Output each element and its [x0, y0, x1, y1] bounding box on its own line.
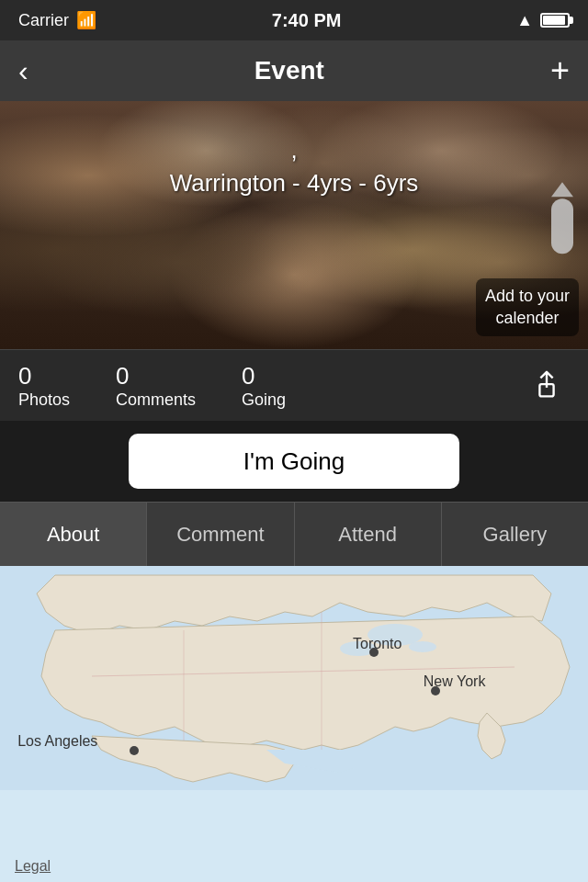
stats-row: 0 Photos 0 Comments 0 Going — [0, 349, 588, 421]
losangeles-label: Los Angeles — [17, 733, 97, 750]
share-icon — [529, 368, 564, 403]
newyork-label: New York — [424, 673, 486, 690]
im-going-button[interactable]: I'm Going — [129, 434, 459, 489]
add-button[interactable]: + — [550, 54, 570, 87]
add-calendar-button[interactable]: Add to your calender — [476, 278, 579, 336]
comments-stat[interactable]: 0 Comments — [116, 362, 196, 410]
toronto-label: Toronto — [353, 636, 401, 652]
wifi-icon: 📶 — [76, 10, 96, 30]
event-title: , Warrington - 4yrs - 6yrs — [0, 133, 588, 200]
status-left: Carrier 📶 — [18, 10, 96, 30]
share-button[interactable] — [524, 363, 570, 409]
photos-stat[interactable]: 0 Photos — [18, 362, 70, 410]
nav-bar: ‹ Event + — [0, 40, 588, 101]
comments-count: 0 — [116, 362, 129, 390]
going-stat[interactable]: 0 Going — [242, 362, 286, 410]
status-bar: Carrier 📶 7:40 PM ▲ — [0, 0, 588, 40]
tab-bar: About Comment Attend Gallery — [0, 502, 588, 566]
tab-gallery[interactable]: Gallery — [442, 503, 588, 566]
going-count: 0 — [242, 362, 254, 390]
carrier-label: Carrier — [18, 11, 69, 30]
back-button[interactable]: ‹ — [18, 54, 28, 88]
location-icon: ▲ — [516, 11, 533, 30]
going-section: I'm Going — [0, 421, 588, 502]
status-time: 7:40 PM — [272, 10, 342, 31]
map-area[interactable]: Toronto New York Los Angeles Legal — [0, 566, 588, 882]
scroll-indicator[interactable] — [551, 182, 573, 254]
going-label: Going — [242, 390, 286, 410]
scroll-handle — [551, 198, 573, 254]
event-image: , Warrington - 4yrs - 6yrs Add to your c… — [0, 101, 588, 349]
scroll-arrow-up-icon — [551, 182, 573, 197]
battery-icon — [540, 13, 570, 28]
map-svg — [0, 566, 588, 790]
svg-point-4 — [409, 641, 436, 652]
status-right: ▲ — [516, 11, 570, 30]
page-title: Event — [254, 56, 324, 85]
legal-link[interactable]: Legal — [15, 858, 51, 875]
tab-attend[interactable]: Attend — [295, 503, 442, 566]
tab-about[interactable]: About — [0, 503, 147, 566]
comments-label: Comments — [116, 390, 196, 410]
photos-label: Photos — [18, 390, 70, 410]
photos-count: 0 — [18, 362, 31, 390]
tab-comment[interactable]: Comment — [147, 503, 294, 566]
